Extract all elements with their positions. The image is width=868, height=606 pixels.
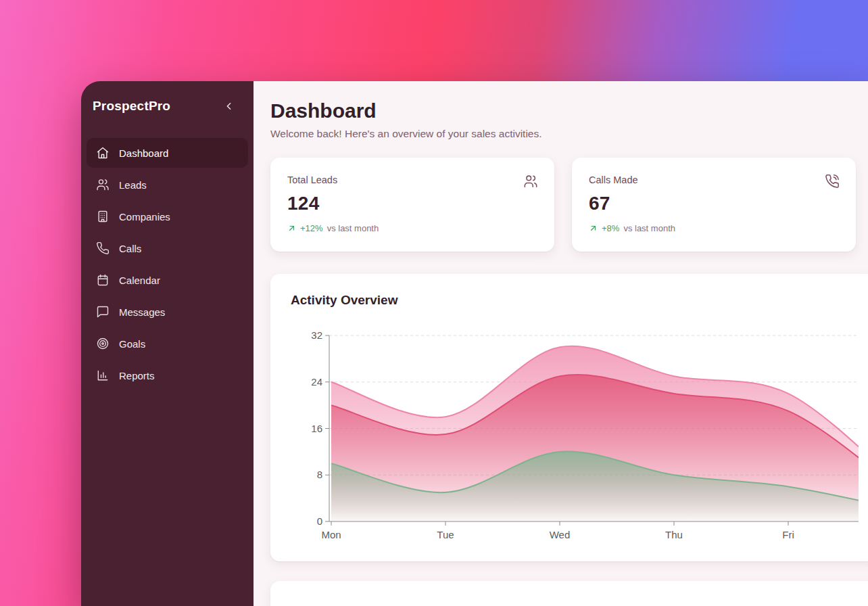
svg-text:16: 16 [311, 423, 322, 434]
sidebar-item-label: Leads [119, 179, 147, 191]
sidebar-item-leads[interactable]: Leads [87, 170, 248, 200]
phone-icon [96, 241, 110, 255]
sidebar: ProspectPro DashboardLeadsCompaniesCalls… [81, 81, 254, 606]
page-subtitle: Welcome back! Here's an overview of your… [270, 128, 868, 140]
svg-text:Thu: Thu [665, 529, 683, 540]
main-content: Dashboard Welcome back! Here's an overvi… [254, 81, 868, 606]
sidebar-item-label: Messages [119, 306, 165, 318]
chevron-left-icon [224, 101, 235, 112]
home-icon [96, 146, 110, 160]
sidebar-item-dashboard[interactable]: Dashboard [87, 138, 248, 168]
bar-chart-icon [96, 369, 110, 382]
page-title: Dashboard [270, 99, 868, 123]
sidebar-item-companies[interactable]: Companies [87, 202, 248, 231]
sidebar-item-calls[interactable]: Calls [87, 233, 248, 263]
activity-overview-card: Activity Overview 08162432MonTueWedThuFr… [270, 274, 868, 561]
svg-text:Wed: Wed [550, 529, 571, 540]
app-logo: ProspectPro [93, 99, 170, 114]
sidebar-item-label: Calls [119, 243, 141, 254]
trend-percent: +12% [300, 223, 323, 233]
activity-area-chart: 08162432MonTueWedThuFriSat [291, 327, 859, 550]
stat-trend: +8%vs last month [589, 223, 839, 233]
sidebar-header: ProspectPro [81, 81, 254, 114]
sidebar-item-calendar[interactable]: Calendar [87, 265, 248, 295]
stat-label: Total Leads [287, 174, 537, 185]
next-section-card [270, 581, 868, 606]
stat-icon-wrap [523, 174, 538, 191]
stat-trend: +12%vs last month [287, 223, 537, 233]
phone-call-icon [825, 174, 840, 189]
stat-value: 67 [589, 193, 839, 214]
sidebar-item-goals[interactable]: Goals [87, 329, 248, 358]
sidebar-item-reports[interactable]: Reports [87, 360, 248, 390]
arrow-up-right-icon [287, 224, 296, 233]
stat-card-calls-made: Calls Made67+8%vs last month [572, 158, 856, 252]
stat-value: 124 [287, 193, 537, 214]
calendar-icon [96, 273, 110, 287]
sidebar-item-label: Reports [119, 370, 155, 381]
users-icon [96, 178, 110, 191]
stat-label: Calls Made [589, 174, 839, 185]
stat-card-total-leads: Total Leads124+12%vs last month [270, 158, 554, 252]
chart-title: Activity Overview [291, 293, 859, 308]
svg-text:Tue: Tue [437, 529, 454, 540]
svg-text:32: 32 [311, 329, 322, 341]
sidebar-item-label: Companies [119, 211, 170, 223]
building-icon [96, 210, 110, 223]
stat-icon-wrap [825, 174, 840, 191]
sidebar-item-messages[interactable]: Messages [87, 297, 248, 327]
svg-text:Mon: Mon [321, 529, 341, 540]
sidebar-item-label: Calendar [119, 275, 160, 286]
trend-note: vs last month [623, 223, 675, 233]
stats-row: Total Leads124+12%vs last monthCalls Mad… [270, 158, 868, 252]
svg-text:24: 24 [311, 376, 322, 388]
desktop-background: ProspectPro DashboardLeadsCompaniesCalls… [0, 0, 868, 606]
svg-text:8: 8 [317, 469, 322, 480]
sidebar-nav: DashboardLeadsCompaniesCallsCalendarMess… [81, 138, 254, 390]
svg-text:0: 0 [317, 515, 322, 527]
sidebar-item-label: Goals [119, 338, 145, 350]
target-icon [96, 337, 110, 350]
trend-percent: +8% [602, 223, 619, 233]
sidebar-collapse-button[interactable] [222, 99, 236, 113]
message-square-icon [96, 305, 110, 319]
users-icon [523, 174, 538, 189]
sidebar-item-label: Dashboard [119, 147, 168, 159]
trend-note: vs last month [327, 223, 379, 233]
arrow-up-right-icon [589, 224, 598, 233]
app-window: ProspectPro DashboardLeadsCompaniesCalls… [81, 81, 868, 606]
svg-text:Fri: Fri [782, 529, 794, 540]
